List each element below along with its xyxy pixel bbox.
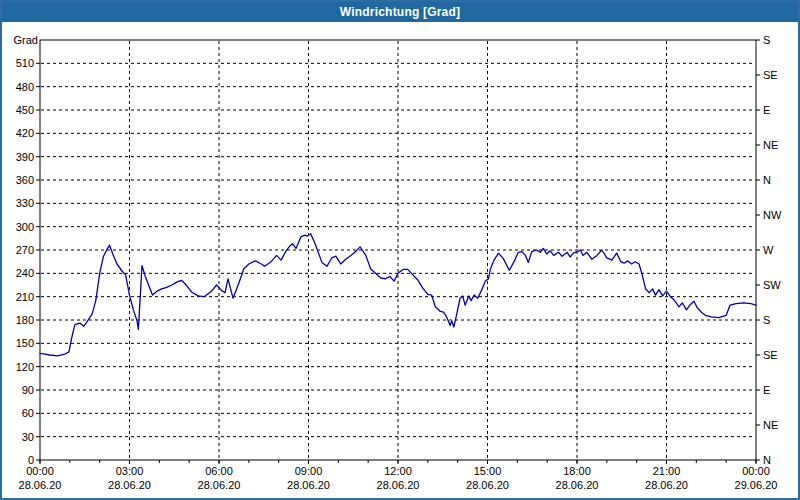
x-tick-date-label: 28.06.20 bbox=[198, 479, 241, 491]
x-axis: 00:0028.06.2003:0028.06.2006:0028.06.200… bbox=[19, 460, 778, 491]
x-tick-date-label: 28.06.20 bbox=[645, 479, 688, 491]
y-tick-label: 390 bbox=[16, 151, 34, 163]
x-tick-time-label: 06:00 bbox=[205, 465, 233, 477]
x-tick-time-label: 21:00 bbox=[653, 465, 681, 477]
y-tick-label: 360 bbox=[16, 174, 34, 186]
x-tick-time-label: 09:00 bbox=[295, 465, 323, 477]
x-tick-time-label: 00:00 bbox=[26, 465, 54, 477]
y-tick-label: 180 bbox=[16, 314, 34, 326]
chart-area: Grad030609012015018021024027030033036039… bbox=[2, 2, 798, 498]
compass-tick-label: S bbox=[763, 34, 770, 46]
compass-tick-label: E bbox=[763, 104, 770, 116]
compass-tick-label: NE bbox=[763, 139, 778, 151]
y-axis-left: Grad030609012015018021024027030033036039… bbox=[14, 34, 40, 466]
compass-tick-label: E bbox=[763, 384, 770, 396]
chart-svg: Grad030609012015018021024027030033036039… bbox=[2, 2, 798, 498]
y-tick-label: 210 bbox=[16, 291, 34, 303]
x-tick-date-label: 28.06.20 bbox=[287, 479, 330, 491]
compass-tick-label: SE bbox=[763, 69, 778, 81]
y-tick-label: 300 bbox=[16, 221, 34, 233]
x-tick-date-label: 28.06.20 bbox=[377, 479, 420, 491]
x-tick-time-label: 12:00 bbox=[384, 465, 412, 477]
y-tick-label: 60 bbox=[22, 407, 34, 419]
y-tick-label: 120 bbox=[16, 361, 34, 373]
x-tick-date-label: 28.06.20 bbox=[556, 479, 599, 491]
x-tick-date-label: 28.06.20 bbox=[19, 479, 62, 491]
x-tick-time-label: 15:00 bbox=[474, 465, 502, 477]
compass-tick-label: SE bbox=[763, 349, 778, 361]
y-tick-label: 150 bbox=[16, 337, 34, 349]
x-tick-time-label: 18:00 bbox=[563, 465, 591, 477]
y-tick-label: 330 bbox=[16, 197, 34, 209]
y-tick-label: 90 bbox=[22, 384, 34, 396]
x-tick-date-label: 28.06.20 bbox=[108, 479, 151, 491]
y-tick-label: 450 bbox=[16, 104, 34, 116]
y-tick-label: 30 bbox=[22, 431, 34, 443]
compass-tick-label: NE bbox=[763, 419, 778, 431]
y-tick-label: 240 bbox=[16, 267, 34, 279]
x-tick-time-label: 03:00 bbox=[116, 465, 144, 477]
x-tick-date-label: 28.06.20 bbox=[466, 479, 509, 491]
compass-tick-label: S bbox=[763, 314, 770, 326]
y-axis-right: SSEENENNWWSWSSEENEN bbox=[756, 34, 782, 466]
compass-tick-label: N bbox=[763, 174, 771, 186]
y-tick-label: 480 bbox=[16, 81, 34, 93]
compass-tick-label: NW bbox=[763, 209, 782, 221]
compass-tick-label: SW bbox=[763, 279, 781, 291]
compass-tick-label: W bbox=[763, 244, 774, 256]
y-tick-label: 420 bbox=[16, 127, 34, 139]
y-tick-label: 510 bbox=[16, 57, 34, 69]
x-tick-date-label: 29.06.20 bbox=[735, 479, 778, 491]
y-axis-title: Grad bbox=[14, 34, 38, 46]
window: Windrichtung [Grad] Grad0306090120150180… bbox=[0, 0, 800, 500]
y-tick-label: 270 bbox=[16, 244, 34, 256]
x-tick-time-label: 00:00 bbox=[742, 465, 770, 477]
